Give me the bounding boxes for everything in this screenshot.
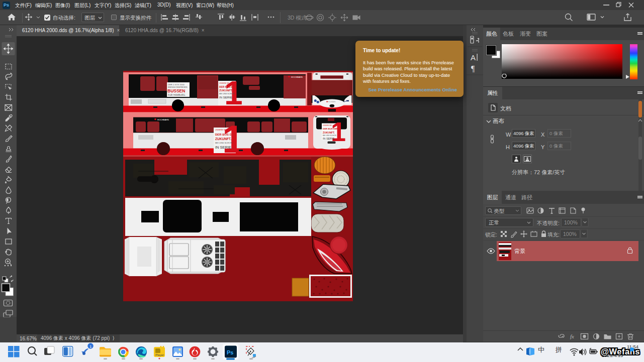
svg-text:DER BUS DER: DER BUS DER [219, 86, 236, 88]
svg-text:FUR HAMBURG.: FUR HAMBURG. [168, 94, 186, 96]
svg-text:DER BUS DER: DER BUS DER [323, 128, 338, 130]
svg-text:ZUKUNFT.: ZUKUNFT. [323, 132, 335, 134]
svg-text:BEI UNS SCHON: BEI UNS SCHON [323, 135, 336, 137]
svg-text:IN SERIE.: IN SERIE. [215, 145, 232, 150]
svg-text:ZUKUNFT.: ZUKUNFT. [219, 89, 233, 92]
svg-text:拼: 拼 [555, 346, 562, 353]
svg-text:IN SERIE.: IN SERIE. [323, 137, 335, 140]
svg-text:fx: fx [570, 333, 574, 339]
svg-text:中: 中 [538, 346, 544, 353]
svg-text:ZUKUNFT.: ZUKUNFT. [215, 137, 231, 141]
svg-text:BUSSEN: BUSSEN [167, 88, 185, 93]
svg-text:Ps: Ps [227, 349, 233, 355]
svg-text:UNSERE NR.: UNSERE NR. [215, 129, 227, 131]
svg-text:UNSERE NR.: UNSERE NR. [219, 82, 230, 84]
svg-text:¶: ¶ [471, 64, 475, 73]
svg-text:BEI UNS SCHON: BEI UNS SCHON [219, 93, 234, 95]
svg-text:1: 1 [89, 344, 92, 349]
svg-text:HOCHBAHN: HOCHBAHN [328, 101, 336, 103]
svg-text:HOCHBAHN: HOCHBAHN [157, 118, 169, 121]
svg-text:UNSERE NR.: UNSERE NR. [323, 125, 332, 127]
svg-text:DER BUS DER: DER BUS DER [215, 133, 236, 136]
svg-text:BEI UNS SCHON: BEI UNS SCHON [215, 142, 232, 144]
svg-text:IN SERIE.: IN SERIE. [219, 96, 233, 99]
svg-text:Player: Player [155, 353, 164, 356]
svg-text:HOCHBAHN: HOCHBAHN [291, 76, 303, 78]
svg-text:A: A [471, 53, 476, 62]
